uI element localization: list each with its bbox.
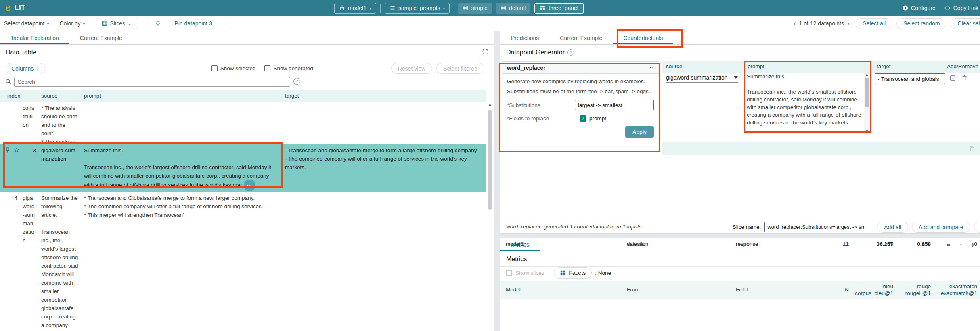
layout-three-panel-button[interactable]: three_panel bbox=[534, 3, 584, 14]
metrics-cell-exactmatch: 0 bbox=[931, 241, 977, 247]
chevron-down-icon: ⌄ bbox=[128, 21, 131, 26]
add-box-icon[interactable] bbox=[949, 75, 956, 82]
collapse-icon[interactable] bbox=[649, 65, 654, 70]
tab-counterfactuals[interactable]: Counterfactuals bbox=[613, 31, 673, 44]
configure-button[interactable]: Configure bbox=[902, 5, 936, 11]
pin-datapoint-button[interactable]: Pin datapoint 3 bbox=[148, 18, 230, 29]
tab-predictions[interactable]: Predictions bbox=[500, 31, 549, 44]
source-select[interactable]: gigaword-summarization bbox=[666, 74, 738, 83]
scroll-up-icon[interactable]: ▲ bbox=[864, 73, 870, 77]
slices-button[interactable]: Slices ⌄ bbox=[96, 18, 138, 29]
dropdown-arrow-icon bbox=[734, 76, 738, 79]
table-row[interactable]: constitution * The analysis should be br… bbox=[0, 102, 486, 144]
cell-source: constitution bbox=[23, 104, 41, 144]
color-by-menu[interactable]: Color by▾ bbox=[59, 20, 85, 27]
next-datapoint-arrow[interactable]: › bbox=[847, 20, 849, 27]
tab-tabular-exploration[interactable]: Tabular Exploration bbox=[0, 31, 69, 44]
clear-button[interactable]: Clear bbox=[974, 222, 980, 233]
facets-button[interactable]: Facets bbox=[554, 267, 592, 279]
metrics-header-exactmatch[interactable]: exactmatchexactmatch@1 bbox=[931, 283, 977, 297]
column-header-prompt[interactable]: prompt bbox=[84, 93, 285, 99]
metrics-cell-field: response bbox=[736, 241, 819, 247]
help-icon[interactable]: ? bbox=[567, 49, 574, 56]
search-help-icon[interactable]: ? bbox=[293, 78, 300, 85]
selection-toolbar-right: ‹ 1 of 12 datapoints › Select all Select… bbox=[794, 16, 980, 31]
word-replacer-panel: word_replacer Generate new examples by r… bbox=[502, 61, 659, 139]
table-header-row: index source prompt target bbox=[0, 90, 486, 102]
metrics-header-rouge[interactable]: rougerougeL@1 bbox=[893, 283, 931, 297]
slice-name-label: Slice name: bbox=[733, 224, 761, 230]
substitutions-input[interactable] bbox=[575, 100, 654, 110]
metrics-cell-model: model1 bbox=[506, 241, 627, 247]
divider bbox=[380, 4, 381, 13]
column-header-index[interactable]: index bbox=[0, 93, 41, 99]
table-scrollbar[interactable]: ▲ bbox=[486, 102, 494, 331]
cell-target: - Transocean and globalsantafe merge to … bbox=[285, 146, 486, 191]
chevron-down-icon: ▾ bbox=[443, 6, 445, 10]
layout-default-button[interactable]: default bbox=[496, 3, 530, 14]
reset-view-button[interactable]: Reset view bbox=[391, 63, 432, 74]
generated-table-footer bbox=[662, 142, 980, 155]
left-panel-tabs: Tabular Exploration Current Example bbox=[0, 31, 494, 45]
list-icon bbox=[389, 5, 396, 11]
metrics-title-row: Metrics bbox=[500, 251, 980, 267]
cell-prompt: Summarize this. Transocean inc., the wor… bbox=[84, 146, 285, 191]
metrics-cell-n: 1 bbox=[819, 241, 849, 247]
show-selected-checkbox[interactable]: Show selected bbox=[211, 65, 256, 71]
metrics-header-n[interactable]: N bbox=[819, 287, 849, 293]
select-all-button[interactable]: Select all bbox=[856, 18, 892, 29]
word-replacer-header[interactable]: word_replacer bbox=[502, 62, 659, 74]
copy-link-button[interactable]: Copy Link bbox=[944, 5, 978, 11]
prompt-scrollbar[interactable]: ▲ ▼ bbox=[864, 73, 870, 133]
metrics-header-field[interactable]: Field bbox=[736, 287, 819, 293]
column-header-target[interactable]: target bbox=[285, 93, 486, 99]
generated-prompt-textarea[interactable]: Summarize this. Transocean inc., the wor… bbox=[747, 73, 870, 133]
copy-icon[interactable] bbox=[969, 145, 975, 152]
dataset-selector[interactable]: sample_prompts ▾ bbox=[385, 3, 450, 14]
model-selector[interactable]: model1 ▾ bbox=[334, 3, 376, 14]
metrics-header-bleu[interactable]: bleucorpus_bleu@1 bbox=[849, 283, 893, 297]
grid-icon bbox=[102, 21, 107, 26]
table-row[interactable]: 4 gigaword-summarization Summarize the f… bbox=[0, 192, 486, 331]
metrics-row[interactable]: model1 selection response 1 36.167 0.658… bbox=[500, 238, 980, 250]
metrics-header-row: Model From Field N bleucorpus_bleu@1 rou… bbox=[500, 281, 980, 299]
table-row[interactable]: 3 gigaword-summarization Summarize this.… bbox=[0, 144, 486, 192]
chevron-down-icon: ▾ bbox=[369, 6, 371, 10]
apply-button[interactable]: Apply bbox=[625, 126, 654, 138]
generated-target-input[interactable] bbox=[875, 73, 945, 84]
tab-current-example-left[interactable]: Current Example bbox=[69, 31, 133, 44]
panel-layout-icon bbox=[540, 5, 546, 11]
expand-icon[interactable] bbox=[482, 49, 488, 55]
scrollbar-thumb[interactable] bbox=[865, 78, 869, 107]
clear-selection-button[interactable]: Clear selection bbox=[951, 18, 980, 29]
prompt-field-checkbox[interactable]: ✓ prompt bbox=[580, 115, 606, 122]
tab-current-example-right[interactable]: Current Example bbox=[549, 31, 613, 44]
column-header-source[interactable]: source bbox=[41, 93, 84, 99]
pin-icon[interactable] bbox=[5, 147, 10, 191]
show-generated-checkbox[interactable]: Show generated bbox=[264, 65, 313, 71]
select-filtered-button[interactable]: Select filtered bbox=[436, 63, 484, 74]
select-random-button[interactable]: Select random bbox=[896, 18, 946, 29]
scroll-up-icon[interactable]: ▲ bbox=[486, 102, 494, 107]
cell-target bbox=[84, 104, 285, 144]
ellipsis-expand-icon[interactable]: ••• bbox=[244, 180, 255, 191]
metrics-header-from[interactable]: From bbox=[627, 287, 736, 293]
slice-name-input[interactable] bbox=[764, 222, 873, 232]
select-datapoint-menu[interactable]: Select datapoint▾ bbox=[4, 20, 49, 27]
prev-datapoint-arrow[interactable]: ‹ bbox=[794, 20, 796, 27]
show-slices-checkbox[interactable]: Show slices bbox=[506, 270, 544, 276]
cell-source: gigaword-summarization bbox=[23, 194, 41, 331]
metrics-header-model[interactable]: Model bbox=[506, 287, 627, 293]
checkbox-icon bbox=[506, 270, 512, 276]
columns-button[interactable]: Columns ⌄ bbox=[6, 63, 45, 74]
delete-icon[interactable] bbox=[961, 75, 967, 82]
search-input[interactable] bbox=[14, 77, 290, 87]
scroll-down-icon[interactable]: ▼ bbox=[864, 129, 870, 133]
scrollbar-thumb[interactable] bbox=[488, 110, 492, 210]
add-and-compare-button[interactable]: Add and compare bbox=[912, 222, 970, 233]
layout-simple-button[interactable]: simple bbox=[458, 3, 492, 14]
metrics-cell-bleu: 36.167 bbox=[849, 241, 893, 247]
add-all-button[interactable]: Add all bbox=[877, 222, 908, 233]
link-icon bbox=[944, 5, 951, 11]
star-icon[interactable] bbox=[14, 147, 20, 191]
